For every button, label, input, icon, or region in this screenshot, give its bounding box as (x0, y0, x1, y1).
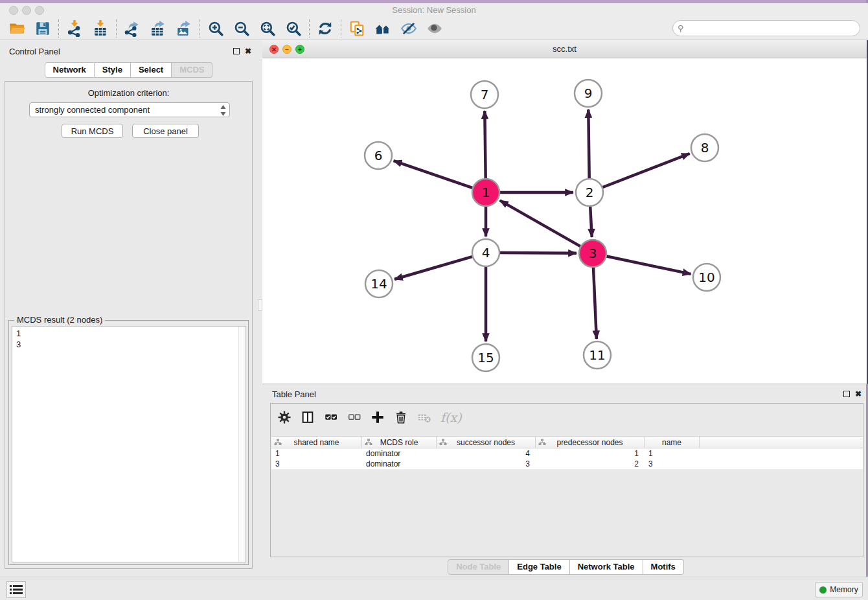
export-network-button[interactable] (119, 19, 145, 38)
splitter-handle-icon[interactable] (258, 299, 262, 311)
table-cell[interactable]: 3 (271, 459, 362, 469)
graph-node-label: 14 (371, 276, 387, 292)
graph-edge-2-9[interactable] (588, 110, 589, 178)
tab-style[interactable]: Style (95, 62, 131, 78)
table-panel-title: Table Panel (272, 389, 316, 399)
tab-network[interactable]: Network (45, 62, 95, 78)
close-panel-icon[interactable]: ✖ (245, 47, 251, 55)
control-panel-tabs: NetworkStyleSelectMCDS (45, 62, 213, 78)
zoom-out-icon (233, 20, 250, 37)
graph-edge-4-3[interactable] (500, 253, 577, 253)
graph-node-15[interactable]: 15 (472, 344, 499, 371)
select-all-button[interactable] (321, 408, 341, 427)
save-session-button[interactable] (30, 19, 56, 38)
search-input[interactable] (672, 20, 860, 36)
graph-edge-3-1[interactable] (500, 200, 580, 246)
graph-node-3[interactable]: 3 (579, 240, 606, 267)
tab-network-table[interactable]: Network Table (570, 559, 643, 575)
table-float-panel-icon[interactable] (843, 391, 850, 397)
graph-edge-1-6[interactable] (394, 161, 473, 188)
float-panel-icon[interactable] (233, 48, 240, 54)
clone-network-button[interactable] (344, 19, 370, 38)
graph-edge-3-10[interactable] (607, 257, 691, 274)
show-all-icon (426, 20, 443, 37)
table-tabs: Node TableEdge TableNetwork TableMotifs (448, 559, 684, 575)
network-window-title: scc.txt (262, 44, 867, 54)
hide-selected-button[interactable] (396, 19, 422, 38)
columns-button[interactable] (298, 408, 317, 427)
column-header-successor-nodes[interactable]: successor nodes (437, 437, 536, 448)
table-cell[interactable]: 4 (437, 448, 536, 459)
deselect-all-icon (347, 410, 361, 424)
table-cell[interactable]: dominator (362, 448, 437, 459)
graph-edge-2-3[interactable] (590, 207, 592, 237)
column-header-shared-name[interactable]: shared name (271, 437, 362, 448)
first-neighbors-button[interactable] (370, 19, 396, 38)
delete-row-button[interactable] (391, 408, 411, 427)
tab-select[interactable]: Select (131, 62, 172, 78)
column-header-name[interactable]: name (645, 437, 700, 448)
graph-node-label: 10 (698, 270, 714, 285)
graph-edge-3-11[interactable] (593, 268, 597, 339)
graph-node-label: 1 (482, 185, 490, 200)
deselect-all-button[interactable] (345, 408, 364, 427)
table-cell[interactable]: 2 (536, 459, 645, 469)
table-cell[interactable]: 3 (437, 459, 536, 469)
zoom-in-button[interactable] (203, 19, 229, 38)
table-cell[interactable]: 3 (645, 459, 700, 469)
table-cell[interactable]: 1 (645, 448, 700, 459)
show-all-button[interactable] (422, 19, 448, 38)
settings-button[interactable] (275, 408, 294, 427)
column-header-predecessor-nodes[interactable]: predecessor nodes (536, 437, 645, 448)
run-mcds-button[interactable]: Run MCDS (62, 124, 123, 138)
refresh-button[interactable] (312, 19, 338, 38)
table-cell[interactable]: 1 (271, 448, 362, 459)
table-cell[interactable]: 1 (536, 448, 645, 459)
zoom-selected-icon (285, 20, 302, 37)
graph-node-11[interactable]: 11 (584, 341, 611, 369)
tab-edge-table[interactable]: Edge Table (509, 559, 569, 575)
graph-node-label: 15 (477, 350, 494, 365)
table-close-panel-icon[interactable]: ✖ (855, 390, 862, 398)
tab-node-table[interactable]: Node Table (448, 559, 509, 575)
zoom-in-icon (207, 20, 224, 37)
export-image-button[interactable] (171, 19, 197, 38)
task-history-button[interactable] (6, 581, 26, 598)
close-panel-button[interactable]: Close panel (132, 124, 199, 138)
graph-node-9[interactable]: 9 (575, 80, 602, 107)
tab-mcds[interactable]: MCDS (172, 62, 212, 78)
graph-node-2[interactable]: 2 (576, 179, 603, 206)
graph-node-8[interactable]: 8 (691, 134, 718, 161)
open-session-button[interactable] (4, 19, 30, 38)
import-network-button[interactable] (62, 19, 87, 38)
zoom-selected-button[interactable] (280, 19, 306, 38)
zoom-fit-button[interactable] (255, 19, 280, 38)
zoom-out-button[interactable] (229, 19, 255, 38)
table-cell[interactable]: dominator (362, 459, 437, 469)
delete-table-button (415, 408, 434, 427)
table-row[interactable]: 1dominator411 (271, 448, 863, 459)
add-row-button[interactable] (368, 408, 387, 427)
graph-edge-1-7[interactable] (485, 111, 485, 178)
graph-node-1[interactable]: 1 (472, 179, 499, 206)
import-table-button[interactable] (87, 19, 113, 38)
tab-motifs[interactable]: Motifs (643, 559, 684, 575)
optimization-criterion-select[interactable]: strongly connected component (29, 102, 230, 117)
graph-node-4[interactable]: 4 (472, 239, 499, 266)
search-icon: ⚲ (678, 23, 684, 33)
network-window-titlebar[interactable]: ✕ – + scc.txt (262, 40, 867, 58)
graph-edge-4-14[interactable] (394, 257, 472, 279)
graph-node-7[interactable]: 7 (471, 81, 498, 108)
graph-node-6[interactable]: 6 (365, 142, 392, 169)
graph-edge-2-8[interactable] (603, 154, 690, 187)
column-header-mcds-role[interactable]: MCDS role (362, 437, 437, 448)
table-row[interactable]: 3dominator323 (271, 459, 863, 469)
export-table-button[interactable] (145, 19, 171, 38)
toolbar-separator (116, 19, 117, 38)
graph-node-14[interactable]: 14 (365, 270, 393, 297)
network-graph-canvas[interactable]: 1234678910111415 (262, 58, 867, 384)
mcds-result-scrollbar[interactable] (238, 327, 246, 562)
graph-node-10[interactable]: 10 (693, 264, 720, 291)
mcds-result-textarea[interactable]: 1 3 (12, 326, 246, 562)
memory-button[interactable]: Memory (815, 582, 863, 597)
